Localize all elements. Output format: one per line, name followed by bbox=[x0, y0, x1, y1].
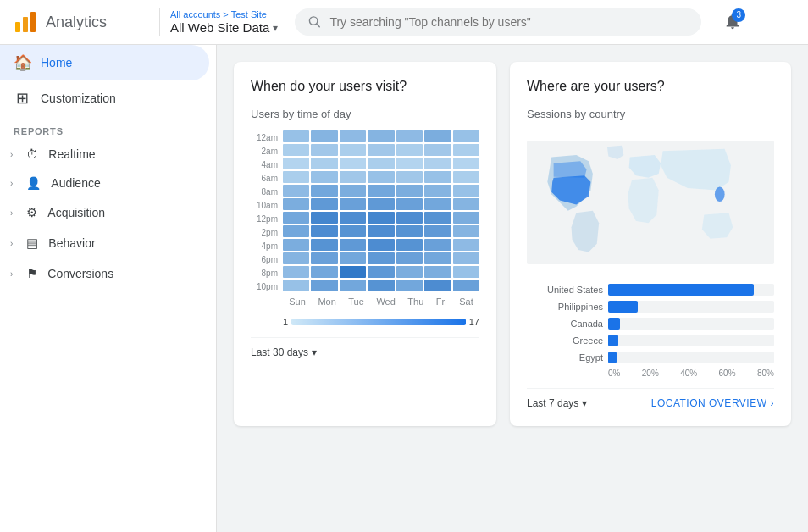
svg-line-5 bbox=[317, 24, 319, 26]
bar-track-eg bbox=[608, 352, 774, 363]
heatmap-cell bbox=[340, 171, 366, 183]
scale-bar: 1 17 bbox=[283, 317, 479, 327]
heatmap-cell bbox=[340, 280, 366, 291]
heatmap-cell bbox=[368, 225, 394, 237]
axis-60: 60% bbox=[719, 369, 736, 378]
axis-40: 40% bbox=[680, 369, 697, 378]
sidebar-item-home[interactable]: 🏠 Home bbox=[0, 45, 209, 80]
bar-fill-gr bbox=[608, 335, 618, 346]
heatmap-cell bbox=[453, 252, 479, 264]
bar-fill-ca bbox=[608, 318, 620, 330]
heatmap-cell bbox=[340, 130, 366, 142]
heatmap-cell bbox=[424, 212, 451, 224]
heatmap-cell bbox=[283, 280, 309, 291]
y-label-10am: 10am bbox=[251, 198, 281, 212]
breadcrumb[interactable]: All accounts > Test Site bbox=[170, 9, 278, 19]
heatmap-cell bbox=[424, 171, 451, 183]
y-label-2pm: 2pm bbox=[251, 225, 281, 239]
x-label-wed: Wed bbox=[376, 296, 395, 307]
heatmap-cell bbox=[368, 171, 394, 183]
chevron-audience-icon: › bbox=[10, 179, 13, 188]
heatmap-cell bbox=[396, 252, 423, 264]
heatmap-x-labels: Sun Mon Tue Wed Thu Fri Sat bbox=[283, 296, 479, 307]
heatmap-cell bbox=[340, 185, 366, 197]
heatmap-cell bbox=[311, 280, 337, 291]
heatmap-cell bbox=[453, 198, 479, 210]
y-label-6am: 6am bbox=[251, 171, 281, 185]
heatmap-cell bbox=[453, 212, 479, 224]
reports-section-label: REPORTS bbox=[0, 116, 216, 140]
property-selector[interactable]: All Web Site Data ▾ bbox=[170, 20, 278, 35]
bar-label-eg: Egypt bbox=[527, 352, 603, 363]
heatmap-cell bbox=[396, 171, 423, 183]
heatmap-cell bbox=[396, 266, 423, 278]
heatmap-cell bbox=[424, 158, 451, 169]
location-overview-link[interactable]: LOCATION OVERVIEW › bbox=[651, 397, 774, 409]
y-label-10pm: 10pm bbox=[251, 280, 281, 293]
map-period-selector[interactable]: Last 7 days ▾ bbox=[527, 397, 587, 409]
heatmap-card: When do your users visit? Users by time … bbox=[234, 62, 496, 426]
main-content: When do your users visit? Users by time … bbox=[217, 45, 808, 532]
heatmap-cell bbox=[453, 144, 479, 156]
heatmap-cell bbox=[396, 144, 423, 156]
bar-label-us: United States bbox=[527, 285, 603, 295]
search-bar[interactable] bbox=[295, 8, 701, 36]
heatmap-cell bbox=[311, 225, 337, 237]
y-label-6pm: 6pm bbox=[251, 252, 281, 266]
heatmap-cell bbox=[283, 198, 309, 210]
heatmap-cell bbox=[283, 185, 309, 197]
heatmap-cell bbox=[424, 225, 451, 237]
conversions-icon: ⚑ bbox=[26, 266, 37, 281]
bar-track-us bbox=[608, 284, 774, 296]
home-icon: 🏠 bbox=[14, 53, 30, 72]
heatmap-cell bbox=[368, 158, 394, 169]
heatmap-cell bbox=[283, 171, 309, 183]
sidebar-item-behavior[interactable]: › ▤ Behavior bbox=[0, 228, 216, 258]
heatmap-cell bbox=[396, 185, 423, 197]
heatmap-cell bbox=[368, 130, 394, 142]
analytics-logo-icon bbox=[14, 10, 37, 34]
heatmap-cell bbox=[368, 212, 394, 224]
heatmap-cell bbox=[368, 280, 394, 291]
heatmap-cell bbox=[283, 252, 309, 264]
heatmap-cell bbox=[453, 239, 479, 251]
heatmap-cell bbox=[311, 171, 337, 183]
heatmap-period-selector[interactable]: Last 30 days ▾ bbox=[251, 346, 317, 358]
heatmap-chart-title: Users by time of day bbox=[251, 108, 479, 120]
bar-track-ca bbox=[608, 318, 774, 330]
sidebar: 🏠 Home ⊞ Customization REPORTS › ⏱ Realt… bbox=[0, 45, 217, 532]
sidebar-item-acquisition[interactable]: › ⚙ Acquisition bbox=[0, 197, 216, 228]
chevron-behavior-icon: › bbox=[10, 239, 13, 248]
bar-label-gr: Greece bbox=[527, 335, 603, 346]
sidebar-item-audience[interactable]: › 👤 Audience bbox=[0, 169, 216, 197]
y-label-2am: 2am bbox=[251, 144, 281, 158]
x-label-sat: Sat bbox=[459, 296, 473, 307]
sidebar-item-customization[interactable]: ⊞ Customization bbox=[0, 80, 209, 116]
heatmap-cell bbox=[311, 266, 337, 278]
heatmap-cell bbox=[311, 198, 337, 210]
cards-row: When do your users visit? Users by time … bbox=[234, 62, 791, 426]
sidebar-item-realtime[interactable]: › ⏱ Realtime bbox=[0, 140, 216, 169]
heatmap-period-arrow: ▾ bbox=[312, 346, 317, 358]
conversions-label: Conversions bbox=[47, 267, 113, 280]
bar-fill-eg bbox=[608, 352, 617, 363]
heatmap-cell bbox=[453, 280, 479, 291]
heatmap-cell bbox=[424, 198, 451, 210]
heatmap-cell bbox=[453, 185, 479, 197]
heatmap-cell bbox=[453, 266, 479, 278]
search-input[interactable] bbox=[329, 15, 688, 29]
heatmap-cell bbox=[283, 158, 309, 169]
svg-point-7 bbox=[715, 187, 725, 202]
svg-rect-0 bbox=[15, 22, 20, 32]
heatmap-cell bbox=[283, 212, 309, 224]
heatmap-cell bbox=[340, 212, 366, 224]
map-card-footer: Last 7 days ▾ LOCATION OVERVIEW › bbox=[527, 388, 774, 409]
notification-button[interactable]: 3 bbox=[718, 7, 747, 38]
heatmap-cell bbox=[453, 225, 479, 237]
customization-icon: ⊞ bbox=[14, 89, 30, 108]
heatmap-cell bbox=[283, 130, 309, 142]
sidebar-item-conversions[interactable]: › ⚑ Conversions bbox=[0, 258, 216, 289]
bar-label-ph: Philippines bbox=[527, 302, 603, 312]
heatmap-cell bbox=[340, 239, 366, 251]
heatmap-cell bbox=[368, 198, 394, 210]
